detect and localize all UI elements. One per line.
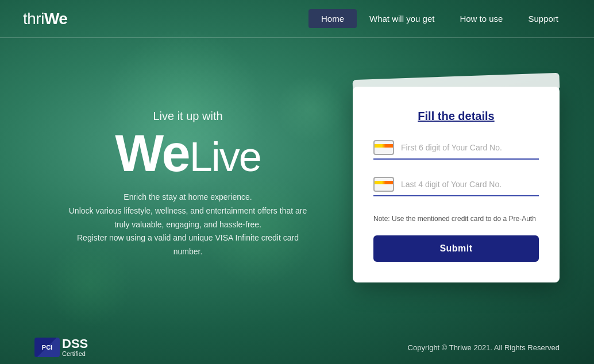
navbar: thriWe Home What will you get How to use… — [0, 0, 594, 38]
pci-logo: PCI DSS Certified — [34, 338, 88, 357]
welive-logo: WeLive — [46, 127, 330, 179]
card-icon-last — [373, 177, 394, 192]
form-card: Fill the details Note: Use the mentioned… — [353, 87, 560, 282]
card-last-4-input[interactable] — [401, 180, 539, 189]
card-first-6-input[interactable] — [401, 143, 539, 152]
nav-what-will-you-get[interactable]: What will you get — [357, 9, 447, 28]
footer: PCI DSS Certified Copyright © Thriwe 202… — [0, 331, 594, 364]
card-last-4-group — [373, 177, 539, 196]
form-title: Fill the details — [373, 110, 539, 123]
form-section: Fill the details Note: Use the mentioned… — [353, 87, 560, 282]
form-note: Note: Use the mentioned credit card to d… — [373, 214, 539, 224]
main-content: Live it up with WeLive Enrich the stay a… — [0, 38, 594, 331]
logo: thriWe — [23, 10, 67, 28]
dss-text: DSS Certified — [62, 338, 88, 357]
copyright-text: Copyright © Thriwe 2021. All Rights Rese… — [408, 343, 560, 352]
hero-description: Enrich the stay at home experience. Unlo… — [56, 191, 320, 259]
pci-box: PCI — [34, 338, 60, 357]
card-first-6-group — [373, 140, 539, 160]
nav-support[interactable]: Support — [515, 9, 571, 28]
submit-button[interactable]: Submit — [373, 235, 539, 262]
hero-tagline: Live it up with — [46, 110, 330, 123]
nav-links: Home What will you get How to use Suppor… — [308, 9, 571, 28]
nav-how-to-use[interactable]: How to use — [447, 9, 515, 28]
card-icon-first — [373, 140, 394, 155]
pci-badge: PCI DSS Certified — [34, 338, 88, 357]
nav-home[interactable]: Home — [308, 9, 357, 28]
hero-section: Live it up with WeLive Enrich the stay a… — [46, 110, 330, 259]
